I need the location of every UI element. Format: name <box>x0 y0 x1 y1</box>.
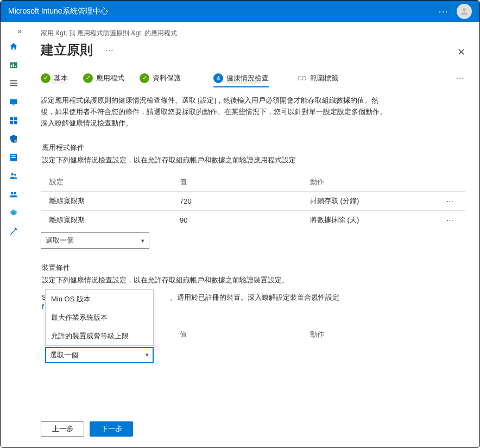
title-more-icon[interactable]: ⋯ <box>105 45 115 55</box>
sidebar-reports-icon[interactable] <box>1 148 26 167</box>
section-subtitle: 設定下列健康情況檢查設定，以在允許存取組織帳戶和數據之前驗證裝置設定。 <box>42 275 378 286</box>
sidebar-admin-icon[interactable] <box>1 204 26 222</box>
chevron-down-icon: ▾ <box>141 237 144 244</box>
svg-rect-16 <box>11 155 16 156</box>
svg-rect-11 <box>14 117 17 120</box>
chevron-down-icon: ▾ <box>146 351 149 358</box>
sidebar-collapse-icon[interactable]: » <box>1 24 26 37</box>
sidebar-apps-icon[interactable] <box>1 111 26 130</box>
svg-rect-2 <box>10 65 11 67</box>
step-label: 應用程式 <box>96 73 124 83</box>
svg-point-21 <box>14 192 16 195</box>
check-icon: ✓ <box>83 73 93 83</box>
svg-rect-7 <box>10 85 17 86</box>
svg-rect-10 <box>10 117 13 120</box>
column-header-setting: 設定 <box>49 177 180 187</box>
step-scope-tags[interactable]: CO 範圍標籤 <box>297 73 338 83</box>
dropdown-option[interactable]: Min OS 版本 <box>46 290 153 308</box>
svg-rect-8 <box>10 99 17 104</box>
table-row: 離線寬限期 90 將數據抹除 (天) ⋯ <box>41 210 465 229</box>
header-more-icon[interactable]: ⋯ <box>438 5 449 17</box>
sidebar-security-icon[interactable] <box>1 130 26 148</box>
dropdown-option[interactable]: 允許的裝置威脅等級上限 <box>46 327 153 345</box>
step-label: 範圍標籤 <box>310 73 338 83</box>
app-conditions-section: 應用程式條件 設定下列健康情況檢查設定，以在允許存取組織帳戶和數據之前驗證應用程… <box>41 143 465 249</box>
cell-setting: 離線寬限期 <box>49 215 180 225</box>
sidebar-dashboard-icon[interactable] <box>1 56 26 74</box>
sidebar-troubleshoot-icon[interactable] <box>1 222 26 241</box>
main-content: 家用 &gt; 我 應用程式防護原則 &gt; 的應用程式 建立原則 ⋯ ✕ ✓… <box>27 22 479 447</box>
svg-point-18 <box>11 173 14 176</box>
left-sidebar: » <box>1 22 27 447</box>
column-header-action: 動作 <box>310 177 457 187</box>
sidebar-all-services-icon[interactable] <box>1 74 26 93</box>
svg-rect-12 <box>10 121 13 124</box>
sidebar-groups-icon[interactable] <box>1 185 26 204</box>
step-basics[interactable]: ✓ 基本 Basics <box>41 73 68 83</box>
text-fragment: 。適用於已註冊的裝置。深入瞭解設定裝置合規性設定 <box>170 293 339 301</box>
row-more-icon[interactable]: ⋯ <box>444 216 457 224</box>
step-number-icon: 4 <box>213 73 223 83</box>
sidebar-devices-icon[interactable] <box>1 93 26 111</box>
step-apps[interactable]: ✓ 應用程式 <box>83 73 124 83</box>
sidebar-home-icon[interactable] <box>1 37 26 56</box>
app-condition-select[interactable]: 選取一個 ▾ <box>41 232 149 249</box>
select-placeholder: 選取一個 <box>46 236 74 245</box>
page-title: 建立原則 <box>41 41 93 59</box>
step-label: 資料保護 <box>153 73 181 83</box>
svg-rect-6 <box>10 83 17 84</box>
table-row: 離線寬限期 720 封鎖存取 (分鐘) ⋯ <box>41 191 465 210</box>
svg-point-0 <box>463 8 466 11</box>
section-subtitle: 設定下列健康情況檢查設定，以在允許存取組織帳戶和數據之前驗證應用程式設定 <box>42 155 378 166</box>
step-data-protection[interactable]: ✓ 資料保護 <box>140 73 181 83</box>
cell-value: 90 <box>180 216 310 224</box>
dropdown-option[interactable]: 最大作業系統版本 <box>46 308 153 327</box>
learn-more-link[interactable]: f <box>42 302 44 311</box>
back-button[interactable]: 上一步 <box>41 421 84 437</box>
svg-point-19 <box>14 174 16 176</box>
column-header-value: 值 <box>180 177 310 187</box>
cell-action: 將數據抹除 (天) <box>310 215 444 225</box>
svg-rect-13 <box>14 121 17 124</box>
svg-rect-9 <box>12 105 15 106</box>
steps-more-icon[interactable]: ⋯ <box>456 73 465 83</box>
step-health-checks[interactable]: 4 健康情況檢查 Health checks <box>213 73 269 87</box>
section-title: 裝置條件 <box>42 263 465 273</box>
user-avatar[interactable] <box>457 4 472 19</box>
check-icon: ✓ <box>140 73 149 83</box>
check-icon: ✓ <box>41 73 50 83</box>
wizard-footer: 上一步 下一步 <box>41 421 133 437</box>
product-title: Microsoft Intune系統管理中心 <box>8 7 108 16</box>
device-condition-dropdown: Min OS 版本 最大作業系統版本 允許的裝置威脅等級上限 <box>45 289 154 346</box>
cell-setting: 離線寬限期 <box>49 196 180 206</box>
top-bar: Microsoft Intune系統管理中心 ⋯ <box>1 1 479 22</box>
svg-rect-3 <box>12 64 14 67</box>
column-header-value: 值 <box>180 330 310 339</box>
wizard-steps: ✓ 基本 Basics ✓ 應用程式 ✓ 資料保護 4 <box>41 73 465 83</box>
next-button[interactable]: 下一步 <box>90 421 133 437</box>
device-condition-select[interactable]: 選取一個 ▾ <box>45 347 154 363</box>
svg-rect-5 <box>10 80 17 81</box>
svg-point-20 <box>10 192 13 195</box>
column-header-action: 動作 <box>310 330 457 339</box>
step-co-icon: CO <box>297 73 307 83</box>
cell-action: 封鎖存取 (分鐘) <box>310 196 444 206</box>
sidebar-users-icon[interactable] <box>1 167 26 185</box>
step-sublabel: Basics <box>52 79 67 85</box>
device-conditions-section: 裝置條件 設定下列健康情況檢查設定，以在允許存取組織帳戶和數據之前驗證裝置設定。… <box>41 263 465 363</box>
close-icon[interactable]: ✕ <box>457 46 465 58</box>
step-sublabel: Health checks <box>226 79 261 85</box>
page-description: 設定應用程式保護原則的健康情況檢查條件。選取 [設定]，然後輸入用戶必須開會才能… <box>41 95 388 129</box>
cell-value: 720 <box>180 197 310 205</box>
svg-rect-4 <box>15 66 16 67</box>
svg-rect-17 <box>11 157 16 158</box>
section-title: 應用程式條件 <box>42 143 465 153</box>
svg-point-14 <box>14 140 17 143</box>
row-more-icon[interactable]: ⋯ <box>444 197 457 205</box>
select-placeholder: 選取一個 <box>50 350 78 360</box>
breadcrumb[interactable]: 家用 &gt; 我 應用程式防護原則 &gt; 的應用程式 <box>41 29 465 38</box>
